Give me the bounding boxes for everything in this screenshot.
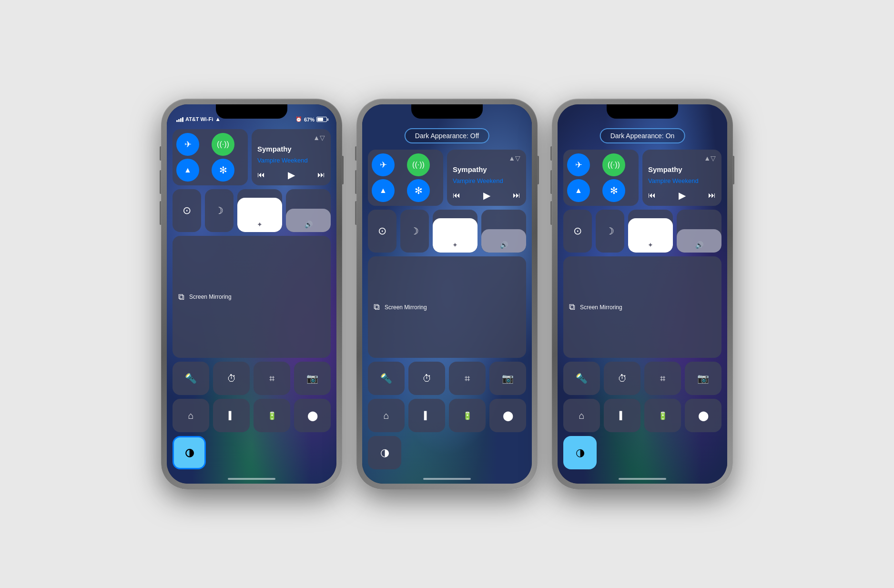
- remote-btn-3[interactable]: ▌: [604, 399, 640, 432]
- phone-frame-2: Dark Appearance: Off ✈ ((·)) ▲ ✻ ▲▽: [356, 99, 538, 489]
- camera-btn-3[interactable]: 📷: [685, 362, 721, 395]
- phone-frame-3: Dark Appearance: On ✈ ((·)) ▲ ✻ ▲▽: [552, 99, 733, 489]
- now-playing-title-3: Sympathy: [648, 165, 716, 173]
- flashlight-btn[interactable]: 🔦: [173, 362, 209, 395]
- home-btn-2[interactable]: ⌂: [368, 399, 405, 432]
- now-playing-title-1: Sympathy: [257, 145, 325, 153]
- battery-btn-2[interactable]: 🔋: [449, 399, 486, 432]
- home-btn[interactable]: ⌂: [173, 399, 209, 432]
- accessibility-btn-2[interactable]: ◑: [368, 436, 401, 469]
- carrier-label: AT&T Wi-Fi: [185, 116, 213, 122]
- connectivity-box-3: ✈ ((·)) ▲ ✻: [563, 150, 639, 206]
- flashlight-btn-2[interactable]: 🔦: [368, 362, 405, 395]
- playback-controls-2: ⏮ ▶ ⏭: [453, 190, 520, 201]
- brightness-icon-3: ✦: [648, 241, 653, 249]
- screen-mirroring-btn-2[interactable]: ⧉ Screen Mirroring: [368, 256, 526, 358]
- mid-row-2: ⊙ ☽ ✦ 🔊: [368, 210, 526, 253]
- brightness-icon-2: ✦: [452, 241, 458, 249]
- record-btn-3[interactable]: ⬤: [685, 399, 721, 432]
- phone-screen-3: Dark Appearance: On ✈ ((·)) ▲ ✻ ▲▽: [558, 104, 727, 484]
- bottom-row-1: ◑: [173, 436, 331, 469]
- battery-btn[interactable]: 🔋: [254, 399, 290, 432]
- screen-mirroring-btn-3[interactable]: ⧉ Screen Mirroring: [563, 256, 721, 358]
- icons-row-6: ⌂ ▌ 🔋 ⬤: [563, 399, 721, 432]
- airplane-mode-btn-3[interactable]: ✈: [567, 153, 590, 176]
- rotation-lock-btn-2[interactable]: ⊙: [368, 210, 396, 253]
- mirror-icon: ⧉: [178, 292, 184, 302]
- wifi-btn-3[interactable]: ▲: [567, 179, 590, 202]
- play-btn-2[interactable]: ▶: [483, 190, 490, 201]
- fastforward-btn-2[interactable]: ⏭: [513, 191, 520, 200]
- flashlight-btn-3[interactable]: 🔦: [563, 362, 600, 395]
- fastforward-btn-3[interactable]: ⏭: [708, 191, 716, 200]
- accessibility-active-btn[interactable]: ◑: [173, 436, 206, 469]
- brightness-slider-3[interactable]: ✦: [628, 210, 673, 253]
- accessibility-cyan-btn[interactable]: ◑: [563, 436, 597, 469]
- top-row-3: ✈ ((·)) ▲ ✻ ▲▽ Sympathy Vampire Weekend: [563, 150, 721, 206]
- dnd-btn-2[interactable]: ☽: [400, 210, 429, 253]
- calculator-btn-2[interactable]: ⌗: [449, 362, 486, 395]
- calculator-btn[interactable]: ⌗: [254, 362, 290, 395]
- now-playing-box-2: ▲▽ Sympathy Vampire Weekend ⏮ ▶ ⏭: [447, 150, 526, 206]
- play-btn-3[interactable]: ▶: [679, 190, 686, 201]
- camera-btn[interactable]: 📷: [294, 362, 331, 395]
- bluetooth-btn[interactable]: ✻: [212, 159, 234, 182]
- mirror-icon-2: ⧉: [374, 302, 380, 312]
- cellular-btn-3[interactable]: ((·)): [602, 153, 625, 176]
- bluetooth-btn-3[interactable]: ✻: [602, 179, 625, 202]
- rotation-lock-btn-3[interactable]: ⊙: [563, 210, 592, 253]
- battery-btn-3[interactable]: 🔋: [644, 399, 681, 432]
- volume-slider-3[interactable]: 🔊: [677, 210, 721, 253]
- wifi-btn-2[interactable]: ▲: [372, 179, 395, 202]
- timer-btn-3[interactable]: ⏱: [604, 362, 640, 395]
- dnd-btn[interactable]: ☽: [205, 189, 234, 232]
- remote-btn-2[interactable]: ▌: [408, 399, 445, 432]
- timer-btn-2[interactable]: ⏱: [408, 362, 445, 395]
- now-playing-artist-2: Vampire Weekend: [453, 177, 520, 184]
- volume-slider-2[interactable]: 🔊: [481, 210, 526, 253]
- brightness-slider-2[interactable]: ✦: [433, 210, 477, 253]
- connectivity-box-2: ✈ ((·)) ▲ ✻: [368, 150, 443, 206]
- now-playing-box-1: ▲▽ Sympathy Vampire Weekend ⏮ ▶ ⏭: [252, 129, 331, 185]
- icons-row-5: 🔦 ⏱ ⌗ 📷: [563, 362, 721, 395]
- rewind-btn[interactable]: ⏮: [257, 171, 265, 179]
- rewind-btn-3[interactable]: ⏮: [648, 191, 656, 200]
- mid-row-1: ⊙ ☽ ✦ 🔊: [173, 189, 331, 232]
- calculator-btn-3[interactable]: ⌗: [644, 362, 681, 395]
- airplay-icon: ▲▽: [313, 134, 325, 142]
- brightness-slider[interactable]: ✦: [237, 189, 282, 232]
- alarm-icon: ⏰: [295, 116, 302, 122]
- phone-screen-1: AT&T Wi-Fi ▲ ⏰ 67%: [167, 104, 336, 484]
- bottom-row-3: ◑: [563, 436, 721, 469]
- control-center-2: ✈ ((·)) ▲ ✻ ▲▽ Sympathy Vampire Weekend: [368, 150, 526, 469]
- dnd-btn-3[interactable]: ☽: [596, 210, 624, 253]
- screen-mirroring-btn[interactable]: ⧉ Screen Mirroring: [173, 236, 331, 358]
- mirror-label: Screen Mirroring: [189, 294, 232, 300]
- notch-3: [607, 104, 678, 119]
- cellular-btn-2[interactable]: ((·)): [407, 153, 430, 176]
- home-btn-3[interactable]: ⌂: [563, 399, 600, 432]
- mirror-label-2: Screen Mirroring: [385, 304, 427, 311]
- home-indicator-1: [228, 478, 275, 480]
- battery-icon: [316, 117, 327, 122]
- timer-btn[interactable]: ⏱: [213, 362, 250, 395]
- cellular-btn[interactable]: ((·)): [212, 133, 234, 156]
- record-btn[interactable]: ⬤: [294, 399, 331, 432]
- control-center-1: ✈ ((·)) ▲ ✻ ▲▽ Sympathy Vampire Weekend: [173, 129, 331, 469]
- play-btn[interactable]: ▶: [288, 169, 295, 181]
- bluetooth-btn-2[interactable]: ✻: [407, 179, 430, 202]
- phone-screen-2: Dark Appearance: Off ✈ ((·)) ▲ ✻ ▲▽: [362, 104, 532, 484]
- volume-slider[interactable]: 🔊: [286, 189, 331, 232]
- notch-2: [411, 104, 483, 119]
- fastforward-btn[interactable]: ⏭: [317, 171, 325, 179]
- airplane-mode-btn[interactable]: ✈: [176, 133, 199, 156]
- dark-appearance-banner-on: Dark Appearance: On: [600, 128, 685, 143]
- rewind-btn-2[interactable]: ⏮: [453, 191, 460, 200]
- remote-btn[interactable]: ▌: [213, 399, 250, 432]
- camera-btn-2[interactable]: 📷: [489, 362, 526, 395]
- notch-1: [216, 104, 287, 119]
- rotation-lock-btn[interactable]: ⊙: [173, 189, 201, 232]
- wifi-btn[interactable]: ▲: [176, 159, 199, 182]
- record-btn-2[interactable]: ⬤: [489, 399, 526, 432]
- airplane-mode-btn-2[interactable]: ✈: [372, 153, 395, 176]
